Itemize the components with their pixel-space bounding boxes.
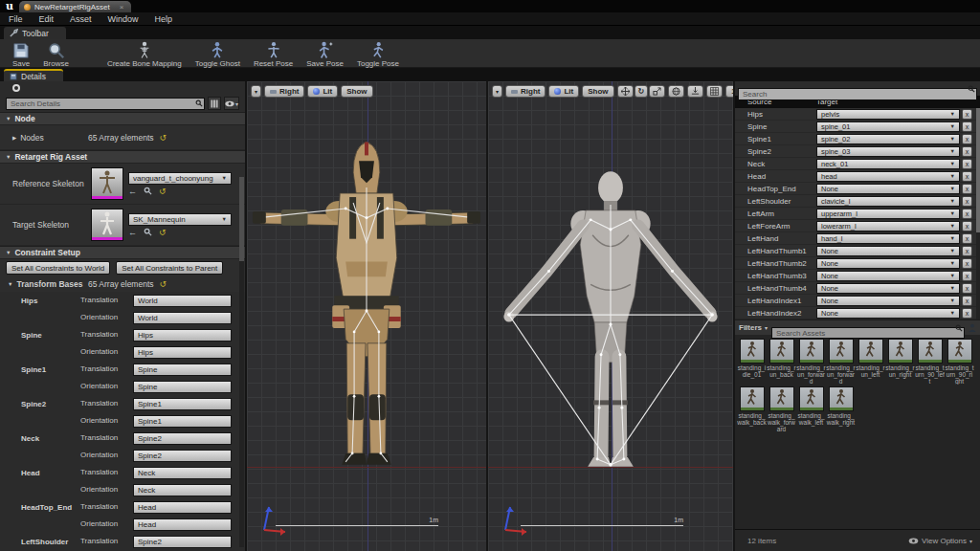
vanguard-character[interactable] bbox=[247, 81, 486, 546]
target-bone-dropdown[interactable]: None ▼ bbox=[816, 296, 960, 306]
reset-to-default-icon[interactable]: ↺ bbox=[159, 187, 167, 196]
translation-dropdown[interactable]: Spine2 bbox=[133, 432, 232, 445]
orientation-dropdown[interactable]: Spine2 bbox=[133, 450, 232, 462]
translation-dropdown[interactable]: Neck bbox=[133, 467, 232, 479]
save-button[interactable]: Save bbox=[6, 39, 36, 68]
clear-mapping-button[interactable]: x bbox=[962, 308, 972, 319]
menu-edit[interactable]: Edit bbox=[39, 14, 55, 24]
clear-mapping-button[interactable]: x bbox=[962, 109, 972, 120]
mapping-scrollbar[interactable] bbox=[976, 108, 980, 320]
target-bone-dropdown[interactable]: neck_01 ▼ bbox=[816, 159, 960, 169]
reset-to-default-icon[interactable]: ↺ bbox=[160, 133, 167, 143]
animation-asset-item[interactable]: standing_walk_right bbox=[826, 386, 856, 432]
target-bone-dropdown[interactable]: None ▼ bbox=[816, 283, 960, 294]
expander-icon[interactable]: ▶ bbox=[12, 135, 16, 141]
clear-mapping-button[interactable]: x bbox=[962, 146, 972, 157]
clear-mapping-button[interactable]: x bbox=[962, 184, 972, 194]
clear-mapping-button[interactable]: x bbox=[962, 271, 972, 281]
clear-mapping-button[interactable]: x bbox=[962, 258, 972, 269]
section-header-constraint-setup[interactable]: ▼ Constraint Setup bbox=[0, 246, 245, 259]
toggle-pose-button[interactable]: Toggle Pose bbox=[350, 39, 406, 68]
translate-tool-button[interactable] bbox=[617, 85, 634, 98]
view-mode-button[interactable]: Right bbox=[264, 85, 304, 98]
orientation-dropdown[interactable]: Neck bbox=[133, 484, 232, 496]
clear-mapping-button[interactable]: x bbox=[962, 209, 972, 219]
reference-skeleton-thumbnail[interactable] bbox=[91, 167, 123, 200]
target-bone-dropdown[interactable]: spine_03 ▼ bbox=[816, 146, 960, 157]
mapping-search-input[interactable] bbox=[738, 88, 977, 100]
coordinate-system-button[interactable] bbox=[668, 85, 684, 98]
animation-asset-item[interactable]: standing_idle_01 bbox=[737, 339, 767, 385]
browse-to-asset-icon[interactable] bbox=[144, 187, 152, 195]
clear-mapping-button[interactable]: x bbox=[962, 159, 972, 169]
animation-asset-item[interactable]: standing_run_forward bbox=[826, 339, 856, 385]
details-scrollbar[interactable] bbox=[239, 177, 244, 547]
circle-icon[interactable] bbox=[12, 84, 20, 92]
target-bone-dropdown[interactable]: head ▼ bbox=[816, 171, 960, 182]
toolbar-tab[interactable]: Toolbar bbox=[4, 27, 66, 39]
viewport-options-button[interactable]: ▾ bbox=[492, 85, 502, 98]
target-skeleton-dropdown[interactable]: SK_Mannequin ▼ bbox=[128, 213, 232, 226]
section-header-node[interactable]: ▼ Node bbox=[0, 112, 245, 125]
translation-dropdown[interactable]: Head bbox=[133, 501, 232, 514]
target-bone-dropdown[interactable]: spine_01 ▼ bbox=[816, 121, 960, 132]
asset-document-tab[interactable]: NewRetargetRigAsset × bbox=[19, 1, 131, 12]
mannequin-character[interactable] bbox=[488, 81, 733, 546]
animation-asset-item[interactable]: standing_turn_90_right bbox=[945, 339, 974, 385]
target-bone-dropdown[interactable]: None ▼ bbox=[816, 184, 960, 194]
show-menu-button[interactable]: Show bbox=[341, 85, 372, 98]
details-search-input[interactable] bbox=[6, 98, 205, 110]
show-menu-button[interactable]: Show bbox=[582, 85, 613, 98]
translation-dropdown[interactable]: Spine bbox=[133, 364, 232, 376]
menu-help[interactable]: Help bbox=[155, 14, 173, 24]
section-header-retarget-rig[interactable]: ▼ Retarget Rig Asset bbox=[0, 150, 245, 164]
orientation-dropdown[interactable]: Spine bbox=[133, 381, 232, 393]
animation-asset-item[interactable]: standing_run_back bbox=[767, 339, 796, 385]
target-skeleton-thumbnail[interactable] bbox=[91, 209, 123, 241]
rotate-tool-button[interactable]: ↻ bbox=[635, 85, 649, 98]
reset-to-default-icon[interactable]: ↺ bbox=[160, 279, 167, 289]
clear-mapping-button[interactable]: x bbox=[962, 171, 972, 182]
scale-tool-button[interactable] bbox=[649, 85, 665, 98]
menu-window[interactable]: Window bbox=[108, 14, 139, 24]
animation-asset-item[interactable]: standing_walk_forward bbox=[767, 386, 796, 432]
filters-button[interactable]: Filters ▾ bbox=[739, 323, 768, 332]
animation-asset-item[interactable]: standing_run_left bbox=[856, 339, 885, 385]
expander-icon[interactable]: ▼ bbox=[8, 281, 12, 287]
animation-asset-item[interactable]: standing_turn_90_left bbox=[915, 339, 945, 385]
set-constraints-parent-button[interactable]: Set All Constraints to Parent bbox=[116, 261, 223, 275]
details-tab[interactable]: Details bbox=[4, 69, 63, 81]
column-settings-button[interactable] bbox=[208, 97, 221, 110]
view-filter-button[interactable]: ▾ bbox=[224, 97, 239, 110]
target-viewport[interactable]: ▾ Right Lit Show ↻ 10 △ 10° bbox=[488, 81, 735, 551]
animation-asset-item[interactable]: standing_walk_back bbox=[737, 386, 767, 432]
save-pose-button[interactable]: Save Pose bbox=[300, 39, 350, 68]
clear-mapping-button[interactable]: x bbox=[962, 221, 972, 231]
asset-search-input[interactable] bbox=[771, 327, 965, 339]
clear-mapping-button[interactable]: x bbox=[962, 246, 972, 256]
grid-snap-value-button[interactable]: 10 bbox=[725, 85, 735, 98]
menu-file[interactable]: File bbox=[9, 14, 23, 24]
create-bone-mapping-button[interactable]: Create Bone Mapping bbox=[100, 39, 189, 68]
target-bone-dropdown[interactable]: spine_02 ▼ bbox=[816, 134, 960, 144]
browse-to-asset-icon[interactable] bbox=[144, 228, 152, 236]
toggle-ghost-button[interactable]: Toggle Ghost bbox=[189, 39, 247, 68]
clear-mapping-button[interactable]: x bbox=[962, 196, 972, 207]
target-bone-dropdown[interactable]: pelvis ▼ bbox=[816, 109, 960, 120]
translation-dropdown[interactable]: Hips bbox=[133, 329, 232, 342]
scrollbar-thumb[interactable] bbox=[976, 108, 980, 232]
translation-dropdown[interactable]: Spine1 bbox=[133, 398, 232, 410]
target-bone-dropdown[interactable]: None ▼ bbox=[816, 246, 960, 256]
view-mode-button[interactable]: Right bbox=[505, 85, 546, 98]
orientation-dropdown[interactable]: World bbox=[133, 312, 232, 324]
reset-to-default-icon[interactable]: ↺ bbox=[159, 228, 167, 237]
viewport-options-button[interactable]: ▾ bbox=[251, 85, 261, 98]
target-bone-dropdown[interactable]: None ▼ bbox=[816, 271, 960, 281]
menu-asset[interactable]: Asset bbox=[70, 14, 92, 24]
set-constraints-world-button[interactable]: Set All Constraints to World bbox=[6, 261, 110, 275]
source-viewport[interactable]: ▾ Right Lit Show 1m bbox=[247, 81, 488, 551]
use-selected-icon[interactable]: ← bbox=[128, 228, 137, 237]
shading-mode-button[interactable]: Lit bbox=[307, 85, 338, 98]
target-bone-dropdown[interactable]: upperarm_l ▼ bbox=[816, 209, 960, 219]
orientation-dropdown[interactable]: Spine1 bbox=[133, 415, 232, 428]
